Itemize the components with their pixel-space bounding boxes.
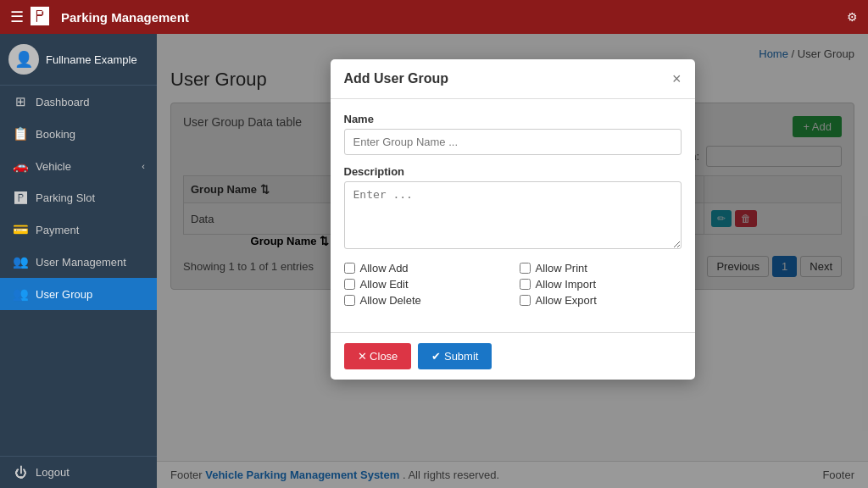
top-bar: ☰ 🅿 Parking Management ⚙ [0,0,868,34]
dashboard-icon: ⊞ [12,94,29,109]
sidebar-label-user-management: User Management [36,256,145,269]
modal-footer: ✕ Close ✔ Submit [331,332,695,380]
sidebar-item-parking-slot[interactable]: 🅿 Parking Slot [0,182,157,214]
description-textarea[interactable] [344,181,682,249]
sidebar-label-vehicle: Vehicle [36,160,142,173]
app-logo-icon: 🅿 [31,6,47,28]
allow-edit-checkbox[interactable] [344,279,355,290]
payment-icon: 💳 [12,222,29,237]
booking-icon: 📋 [12,126,29,141]
permission-allow-add: Allow Add [344,262,506,274]
app-wrapper: ☰ 🅿 Parking Management ⚙ 👤 Fullname Exam… [0,0,868,488]
avatar: 👤 [8,44,39,75]
sidebar-item-booking[interactable]: 📋 Booking [0,118,157,150]
allow-export-checkbox[interactable] [520,295,531,306]
allow-delete-label: Allow Delete [360,294,421,307]
allow-add-checkbox[interactable] [344,263,355,274]
user-profile: 👤 Fullname Example [0,34,157,86]
sidebar-label-dashboard: Dashboard [36,96,145,108]
modal-header: Add User Group × [331,59,695,99]
name-input[interactable] [344,129,682,155]
name-label: Name [344,113,682,125]
permission-allow-print: Allow Print [520,262,682,274]
content-area: Home / User Group User Group User Group … [157,34,868,488]
allow-import-label: Allow Import [536,278,597,291]
allow-add-label: Allow Add [360,262,409,274]
description-label: Description [344,165,682,178]
modal-overlay: Add User Group × Name Description Allow … [157,34,868,488]
sidebar-item-user-management[interactable]: 👥 User Management [0,246,157,278]
allow-edit-label: Allow Edit [360,278,409,291]
submit-button[interactable]: ✔ Submit [418,343,492,369]
app-title: Parking Management [61,10,189,25]
allow-import-checkbox[interactable] [520,279,531,290]
settings-icon[interactable]: ⚙ [847,10,858,24]
parking-icon: 🅿 [12,191,29,205]
user-management-icon: 👥 [12,254,29,269]
sidebar-label-booking: Booking [36,128,145,141]
sidebar-item-logout[interactable]: ⏻ Logout [0,457,157,488]
permission-allow-edit: Allow Edit [344,278,506,291]
sidebar-label-payment: Payment [36,224,145,236]
sidebar-label-user-group: User Group [36,288,145,301]
allow-print-checkbox[interactable] [520,263,531,274]
close-button[interactable]: ✕ Close [344,343,412,369]
modal-title: Add User Group [344,71,449,86]
chevron-right-icon: ‹ [142,161,145,171]
main-area: 👤 Fullname Example ⊞ Dashboard 📋 Booking… [0,34,868,488]
sidebar-item-payment[interactable]: 💳 Payment [0,214,157,246]
permissions-grid: Allow Add Allow Print Allow Edit [344,262,682,307]
sidebar-item-vehicle[interactable]: 🚗 Vehicle ‹ [0,150,157,182]
sidebar-label-parking-slot: Parking Slot [36,191,145,204]
add-user-group-modal: Add User Group × Name Description Allow … [331,59,695,380]
user-group-icon: 👥 [12,286,29,302]
allow-export-label: Allow Export [536,294,597,307]
allow-print-label: Allow Print [536,262,587,274]
modal-close-button[interactable]: × [672,71,682,86]
permission-allow-delete: Allow Delete [344,294,506,307]
vehicle-icon: 🚗 [12,158,29,174]
sidebar-item-user-group[interactable]: 👥 User Group [0,278,157,310]
user-name: Fullname Example [46,53,137,66]
permission-allow-export: Allow Export [520,294,682,307]
logout-icon: ⏻ [12,465,29,480]
permission-allow-import: Allow Import [520,278,682,291]
hamburger-icon[interactable]: ☰ [10,8,24,26]
allow-delete-checkbox[interactable] [344,295,355,306]
sidebar-label-logout: Logout [36,466,145,479]
sidebar: 👤 Fullname Example ⊞ Dashboard 📋 Booking… [0,34,157,488]
sidebar-footer: ⏻ Logout [0,456,157,488]
sidebar-item-dashboard[interactable]: ⊞ Dashboard [0,86,157,118]
modal-body: Name Description Allow Add Allow Print [331,99,695,332]
